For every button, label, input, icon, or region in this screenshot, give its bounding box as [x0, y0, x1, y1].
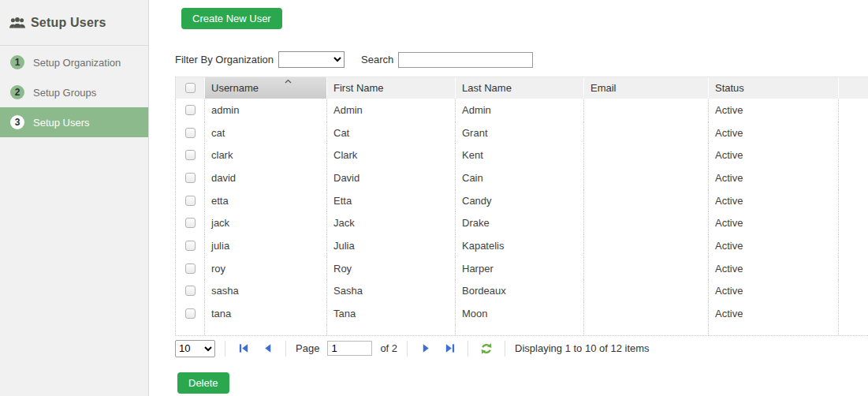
- table-cell-status: Active: [709, 211, 839, 234]
- page-size-select[interactable]: 10: [175, 340, 215, 357]
- sidebar-item-setup-users[interactable]: 3 Setup Users: [0, 107, 148, 137]
- table-cell-email: [584, 234, 709, 257]
- table-cell-last_name: Admin: [456, 99, 584, 121]
- table-cell-extra: [839, 257, 868, 280]
- spacer-cell: [327, 325, 456, 335]
- filter-row: Filter By Organization Search: [175, 51, 868, 68]
- table-row[interactable]: adminAdminAdminActive: [176, 99, 868, 121]
- table-cell-last_name: Bordeaux: [456, 280, 584, 303]
- page-number-input[interactable]: [327, 341, 372, 356]
- table-cell-status: Active: [709, 189, 839, 212]
- column-header-last_name[interactable]: Last Name: [456, 77, 584, 99]
- sidebar-item-setup-organization[interactable]: 1 Setup Organization: [0, 47, 148, 77]
- column-header-label: Last Name: [462, 82, 512, 94]
- table-row[interactable]: juliaJuliaKapatelisActive: [176, 234, 868, 257]
- filter-by-organization-label: Filter By Organization: [175, 54, 274, 65]
- pager-divider: [225, 341, 225, 357]
- row-checkbox[interactable]: [185, 128, 196, 138]
- search-label: Search: [361, 54, 393, 65]
- table-cell-status: Active: [709, 121, 839, 144]
- row-checkbox[interactable]: [185, 218, 196, 228]
- last-page-icon[interactable]: [443, 342, 456, 355]
- table-cell-last_name: Kent: [456, 144, 584, 166]
- select-all-checkbox[interactable]: [185, 83, 196, 93]
- create-new-user-button[interactable]: Create New User: [181, 8, 282, 29]
- step-number-badge: 3: [10, 115, 24, 129]
- row-checkbox-cell: [176, 121, 205, 144]
- spacer-cell: [584, 325, 709, 335]
- row-checkbox-cell: [176, 99, 205, 121]
- search-input[interactable]: [398, 52, 533, 68]
- prev-page-icon[interactable]: [261, 342, 274, 355]
- row-checkbox[interactable]: [185, 150, 196, 160]
- sidebar-item-label: Setup Users: [33, 117, 90, 129]
- row-checkbox[interactable]: [185, 105, 196, 115]
- table-cell-extra: [839, 121, 868, 144]
- row-checkbox[interactable]: [185, 196, 196, 206]
- row-checkbox[interactable]: [185, 286, 196, 296]
- first-page-icon[interactable]: [237, 342, 250, 355]
- table-cell-first_name: Jack: [327, 211, 456, 234]
- pager-divider: [285, 341, 286, 357]
- column-header-email[interactable]: Email: [584, 77, 709, 99]
- table-cell-email: [584, 280, 709, 303]
- table-cell-first_name: Cat: [327, 121, 456, 144]
- table-cell-first_name: Roy: [327, 257, 456, 280]
- row-checkbox[interactable]: [185, 263, 196, 274]
- table-cell-username: david: [205, 166, 327, 189]
- pagination-status-text: Displaying 1 to 10 of 12 items: [515, 342, 650, 354]
- table-cell-extra: [839, 189, 868, 212]
- sidebar-item-setup-groups[interactable]: 2 Setup Groups: [0, 77, 148, 107]
- table-cell-status: Active: [709, 99, 839, 121]
- table-row[interactable]: jackJackDrakeActive: [176, 211, 868, 234]
- table-cell-first_name: Clark: [327, 144, 456, 166]
- spacer-cell: [839, 325, 868, 335]
- row-checkbox[interactable]: [185, 241, 196, 251]
- spacer-cell: [709, 325, 839, 335]
- users-grid-header: UsernameFirst NameLast NameEmailStatus: [175, 77, 868, 99]
- setup-steps: 1 Setup Organization 2 Setup Groups 3 Se…: [0, 46, 148, 137]
- table-cell-username: etta: [205, 189, 327, 212]
- sort-ascending-icon: [285, 77, 292, 84]
- row-checkbox-cell: [176, 144, 205, 166]
- organization-filter-select[interactable]: [278, 51, 345, 68]
- table-cell-username: julia: [205, 234, 327, 257]
- table-cell-last_name: Moon: [456, 302, 584, 325]
- table-row[interactable]: davidDavidCainActive: [176, 166, 868, 189]
- table-cell-last_name: Kapatelis: [456, 234, 584, 257]
- step-number-badge: 2: [10, 85, 24, 99]
- column-header-username[interactable]: Username: [205, 77, 327, 99]
- setup-sidebar: Setup Users 1 Setup Organization 2 Setup…: [0, 0, 149, 396]
- table-cell-email: [584, 144, 709, 166]
- row-checkbox-cell: [176, 302, 205, 325]
- row-checkbox-cell: [176, 189, 205, 212]
- users-group-icon: [9, 16, 25, 32]
- refresh-icon[interactable]: [480, 342, 493, 355]
- row-checkbox[interactable]: [185, 173, 196, 183]
- table-cell-first_name: Julia: [327, 234, 456, 257]
- next-page-icon[interactable]: [419, 342, 432, 355]
- pagination-bar: 10 Page of 2: [175, 335, 868, 361]
- table-cell-status: Active: [709, 144, 839, 166]
- table-cell-first_name: Admin: [327, 99, 456, 121]
- pager-divider: [407, 341, 408, 357]
- column-header-status[interactable]: Status: [709, 77, 839, 99]
- table-cell-email: [584, 99, 709, 121]
- table-cell-username: cat: [205, 121, 327, 144]
- column-header-first_name[interactable]: First Name: [327, 77, 456, 99]
- delete-button[interactable]: Delete: [177, 372, 229, 394]
- table-cell-status: Active: [709, 302, 839, 325]
- table-row[interactable]: ettaEttaCandyActive: [176, 189, 868, 212]
- table-row[interactable]: tanaTanaMoonActive: [176, 302, 868, 325]
- table-row[interactable]: royRoyHarperActive: [176, 257, 868, 280]
- main-content: Create New User Filter By Organization S…: [149, 0, 868, 396]
- select-all-header-cell: [176, 77, 205, 99]
- sidebar-item-label: Setup Organization: [33, 57, 121, 69]
- table-row[interactable]: catCatGrantActive: [176, 121, 868, 144]
- table-cell-last_name: Candy: [456, 189, 584, 212]
- table-cell-first_name: Sasha: [327, 280, 456, 303]
- row-checkbox[interactable]: [185, 308, 196, 319]
- table-row[interactable]: clarkClarkKentActive: [176, 144, 868, 166]
- table-cell-username: clark: [205, 144, 327, 166]
- table-row[interactable]: sashaSashaBordeauxActive: [176, 280, 868, 303]
